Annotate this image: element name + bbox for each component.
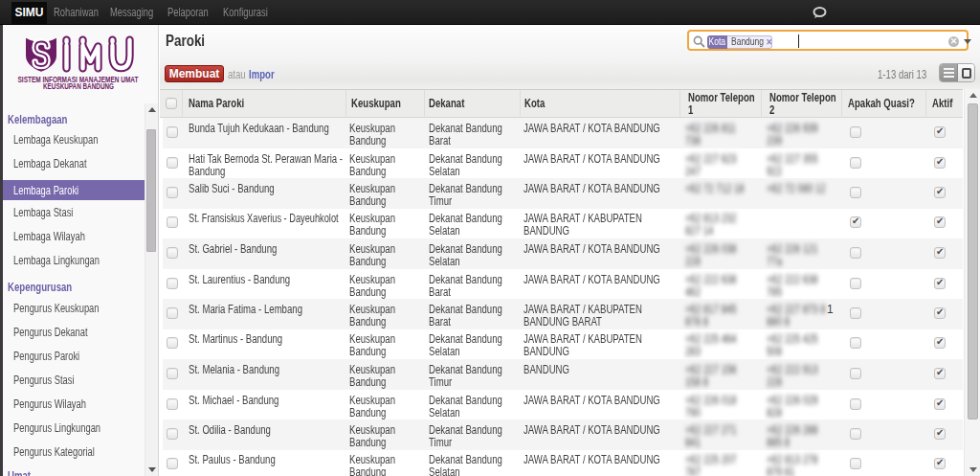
svg-text:KEUSKUPAN BANDUNG: KEUSKUPAN BANDUNG [43, 81, 114, 91]
